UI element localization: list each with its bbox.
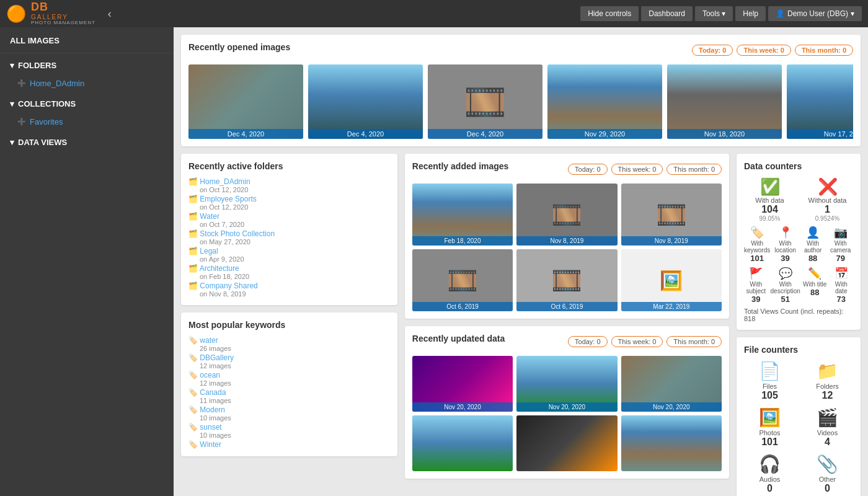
thumb-item[interactable]: Nov 20, 2020 [516,356,617,412]
badge-group-opened: Today: 0 This week: 0 This month: 0 [692,45,853,56]
date-counter: 📅 With date 73 [829,267,853,304]
folder-link[interactable]: Stock Photo Collection [200,229,275,238]
data-counters-card: Data counters ✅ With data 104 99.05% ❌ W… [737,154,861,330]
folder-date: on Nov 8, 2019 [200,290,390,298]
video-icon: 🎬 [817,407,838,428]
most-popular-keywords-card: Most popular keywords 🏷️ water 26 images… [181,312,397,456]
photo-icon: 🖼️ [759,407,781,428]
flag-icon: 🚩 [749,267,763,280]
sidebar-item-favorites[interactable]: ➕ Favorites [0,113,174,130]
thumb-item[interactable]: Dec 4, 2020 [188,64,303,139]
keyword-item: 🏷️ Modern 10 images [188,405,390,422]
dashboard-button[interactable]: Dashboard [641,6,693,21]
keyword-count: 26 images [200,345,390,352]
thumb-item[interactable]: 🖼️ Mar 22, 2019 [621,249,722,311]
files-counter: 📄 Files 105 [744,361,795,401]
sidebar-section-dataviews[interactable]: ▾ DATA VIEWS [0,130,174,152]
thumb-item[interactable]: Nov 18, 2020 [667,64,782,139]
sidebar: ALL IMAGES ▾ FOLDERS ➕ Home_DAdmin ▾ COL… [0,27,174,496]
keyword-link[interactable]: 🏷️ DBGallery [188,353,390,362]
user-button[interactable]: 👤 Demo User (DBG) ▾ [768,6,862,21]
thumb-item[interactable]: 🎞️ Oct 6, 2019 [516,249,617,311]
thumb-item[interactable]: 🎞️ Oct 6, 2019 [412,249,513,311]
folder-link[interactable]: Architecture [200,264,239,273]
keyword-link[interactable]: 🏷️ ocean [188,371,390,379]
help-button[interactable]: Help [735,6,766,21]
without-data-value: 1 [825,204,830,215]
file-icon: 📄 [759,361,781,381]
most-popular-keywords-title: Most popular keywords [188,320,390,330]
thumb-item[interactable]: 🎞️ Dec 4, 2020 [428,64,542,139]
thumb-item[interactable]: 🎞️ Nov 8, 2019 [516,184,617,246]
sidebar-item-all-images[interactable]: ALL IMAGES [0,27,174,53]
data-counters-row1: 🏷️ With keywords 101 📍 With location 39 … [744,226,853,263]
badge-month: This month: 0 [666,336,722,347]
keyword-count: 12 images [200,379,390,387]
recently-updated-card: Recently updated data Today: 0 This week… [405,326,729,479]
folder-link[interactable]: Water [200,212,219,221]
thumb-date: Nov 8, 2019 [621,236,722,246]
folder-date: on Oct 12, 2020 [200,203,390,211]
folder-item: 🗂️ Stock Photo Collection on May 27, 202… [188,229,390,246]
plus-icon: ➕ [17,79,26,87]
data-counters-top: ✅ With data 104 99.05% ❌ Without data 1 … [744,177,853,222]
thumb-item[interactable]: Nov 20, 2020 [412,356,513,412]
recently-added-card: Recently added images Today: 0 This week… [405,154,729,319]
keyword-item: 🏷️ DBGallery 12 images [188,353,390,370]
folder-link[interactable]: Legal [200,247,218,255]
without-data-pct: 0.9524% [815,215,839,222]
with-data-label: With data [755,197,784,204]
folder-date: on Feb 18, 2020 [200,273,390,280]
thumb-item[interactable] [412,415,513,471]
thumb-item[interactable]: Nov 17, 2020 [787,64,853,139]
tools-button[interactable]: Tools ▾ [695,6,733,21]
user-icon: 👤 [806,226,820,239]
thumb-item[interactable]: Nov 29, 2020 [547,64,662,139]
sidebar-item-home-dadmin[interactable]: ➕ Home_DAdmin [0,75,174,92]
recently-opened-card: Recently opened images Today: 0 This wee… [181,35,861,146]
total-views: Total Views Count (incl. repeats): 818 [744,308,853,322]
badge-today: Today: 0 [568,336,608,347]
folder-link[interactable]: Home_DAdmin [200,177,250,186]
keyword-link[interactable]: 🏷️ Canada [188,388,390,397]
location-counter: 📍 With location 39 [773,226,798,263]
keyword-link[interactable]: 🏷️ sunset [188,423,390,432]
thumb-item[interactable]: Feb 18, 2020 [412,184,513,246]
folder-link[interactable]: Company Shared [200,281,257,290]
keyword-link[interactable]: 🏷️ Winter [188,440,390,449]
subject-counter: 🚩 With subject 39 [744,267,768,304]
layout: ALL IMAGES ▾ FOLDERS ➕ Home_DAdmin ▾ COL… [0,27,868,496]
audio-icon: 🎧 [759,454,781,474]
folder-link[interactable]: Employee Sports [200,195,256,203]
other-counter: 📎 Other 0 [802,454,853,494]
hide-controls-button[interactable]: Hide controls [580,6,639,21]
logo-sub: PHOTO MANAGEMENT [31,20,95,26]
recently-active-folders-card: Recently active folders 🗂️ Home_DAdmin o… [181,154,397,305]
thumb-item[interactable]: Nov 20, 2020 [621,356,722,412]
collapse-sidebar-button[interactable]: ‹ [108,7,112,20]
with-data-counter: ✅ With data 104 99.05% [744,177,795,222]
plus-icon: ➕ [17,118,26,126]
folder-item: 🗂️ Legal on Apr 9, 2020 [188,247,390,263]
recently-updated-title: Recently updated data [412,334,568,343]
recently-added-title: Recently added images [412,161,568,171]
keyword-link[interactable]: 🏷️ Modern [188,405,390,414]
recently-updated-grid: Nov 20, 2020 Nov 20, 2020 Nov 20, 2020 [412,356,722,471]
recently-opened-title: Recently opened images [188,42,692,52]
thumb-item[interactable]: Dec 4, 2020 [308,64,423,139]
without-data-label: Without data [808,197,847,204]
keyword-link[interactable]: 🏷️ water [188,336,390,345]
nav-buttons: Hide controls Dashboard Tools ▾ Help 👤 D… [580,6,862,21]
file-counters-card: File counters 📄 Files 105 📁 Folders 12 [737,337,861,496]
thumb-item[interactable] [621,415,722,471]
thumb-item[interactable]: 🎞️ Nov 8, 2019 [621,184,722,246]
sidebar-section-collections[interactable]: ▾ COLLECTIONS [0,92,174,113]
camera-icon: 📷 [834,226,848,239]
badge-group-added: Today: 0 This week: 0 This month: 0 [568,164,722,175]
chat-icon: 💬 [779,267,792,280]
thumb-item[interactable] [516,415,617,471]
sidebar-section-folders[interactable]: ▾ FOLDERS [0,53,174,75]
author-counter: 👤 With author 88 [800,226,826,263]
thumb-date: Nov 20, 2020 [412,402,513,412]
keyword-count: 12 images [200,362,390,370]
